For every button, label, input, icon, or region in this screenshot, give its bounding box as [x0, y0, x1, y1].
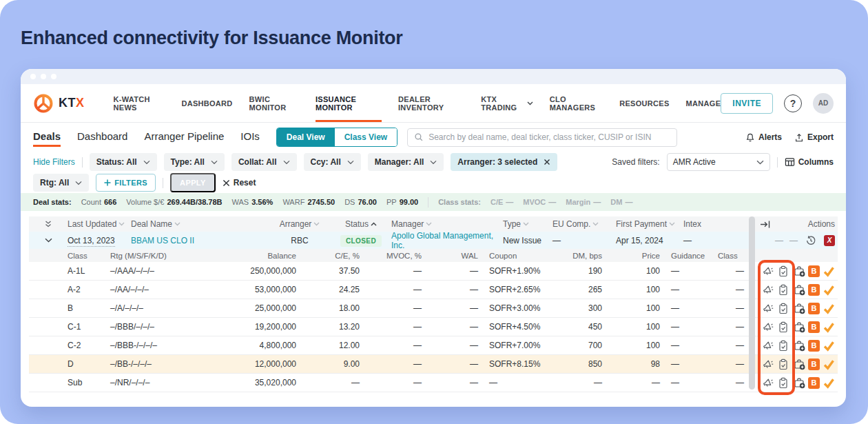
- portfolio-add-icon[interactable]: [792, 264, 806, 278]
- clipboard-check-icon[interactable]: [776, 320, 790, 334]
- col-header-type[interactable]: Type: [503, 219, 552, 229]
- class-row[interactable]: Sub –/NR/–/–/– 35,020,000 — — — — — — — …: [29, 374, 838, 392]
- bloomberg-icon[interactable]: B: [808, 321, 820, 333]
- col-header-intex[interactable]: Intex: [683, 219, 750, 229]
- nav-item[interactable]: RESOURCES: [619, 84, 669, 122]
- announce-megaphone-icon[interactable]: [761, 339, 774, 352]
- deal-name-link[interactable]: BBAM US CLO II: [131, 236, 269, 245]
- confirm-check-icon[interactable]: [822, 339, 836, 352]
- announce-megaphone-icon[interactable]: [761, 357, 774, 371]
- window-dot[interactable]: [41, 74, 46, 79]
- reset-button[interactable]: Reset: [223, 178, 256, 188]
- nav-item[interactable]: MANAGE: [686, 84, 721, 122]
- export-button[interactable]: Export: [794, 132, 834, 143]
- class-view-toggle[interactable]: Class View: [335, 128, 397, 146]
- page-tab[interactable]: Arranger Pipeline: [144, 128, 224, 147]
- columns-button[interactable]: Columns: [785, 157, 834, 167]
- bloomberg-icon[interactable]: B: [808, 265, 820, 277]
- announce-megaphone-icon[interactable]: [761, 376, 774, 390]
- window-dot[interactable]: [30, 74, 36, 79]
- row-expander[interactable]: [29, 238, 68, 243]
- nav-item[interactable]: DEALER INVENTORY: [398, 84, 464, 122]
- confirm-check-icon[interactable]: [822, 376, 836, 390]
- close-icon[interactable]: [544, 159, 550, 165]
- class-row[interactable]: C-1 –/BBB/–/–/– 19,200,000 13.20 — — SOF…: [29, 318, 838, 336]
- portfolio-add-icon[interactable]: [792, 320, 806, 334]
- confirm-check-icon[interactable]: [822, 264, 836, 278]
- portfolio-add-icon[interactable]: [792, 283, 806, 296]
- nav-item[interactable]: ISSUANCE MONITOR: [316, 84, 382, 122]
- portfolio-add-icon[interactable]: [792, 301, 806, 315]
- window-dot[interactable]: [51, 74, 56, 79]
- bloomberg-icon[interactable]: B: [808, 377, 820, 389]
- announce-megaphone-icon[interactable]: [761, 301, 774, 315]
- col-header-status[interactable]: Status: [331, 219, 391, 229]
- invite-button[interactable]: INVITE: [721, 93, 773, 114]
- page-tab[interactable]: Dashboard: [77, 128, 127, 147]
- bloomberg-icon[interactable]: B: [808, 340, 820, 352]
- class-row[interactable]: C-2 –/BBB-/–/–/– 4,800,000 12.00 — — SOF…: [29, 336, 838, 355]
- nav-item[interactable]: KTX TRADING: [481, 84, 533, 122]
- saved-filters-select[interactable]: AMR Active: [667, 153, 770, 171]
- hide-filters-link[interactable]: Hide Filters: [33, 157, 75, 167]
- announce-megaphone-icon[interactable]: [761, 320, 774, 334]
- page-tab[interactable]: Deals: [33, 128, 61, 147]
- class-row[interactable]: D –/BB-/–/–/– 12,000,000 9.00 — — SOFR+8…: [29, 355, 838, 374]
- expand-pane-icon[interactable]: [758, 217, 772, 231]
- filter-dropdown[interactable]: Ccy: All: [304, 153, 361, 171]
- filter-dropdown[interactable]: Rtg: All: [33, 174, 89, 192]
- confirm-check-icon[interactable]: [822, 357, 836, 371]
- col-header-deal-name[interactable]: Deal Name: [131, 219, 269, 229]
- nav-item[interactable]: K-WATCH NEWS: [114, 84, 165, 122]
- clipboard-check-icon[interactable]: [776, 357, 790, 371]
- portfolio-add-icon[interactable]: [792, 357, 806, 371]
- bloomberg-icon[interactable]: B: [808, 359, 820, 370]
- nav-item[interactable]: DASHBOARD: [181, 84, 232, 122]
- filter-dropdown[interactable]: Type: All: [164, 153, 225, 171]
- portfolio-add-icon[interactable]: [792, 339, 806, 352]
- nav-item[interactable]: CLO MANAGERS: [550, 84, 603, 122]
- clipboard-check-icon[interactable]: [776, 339, 790, 352]
- class-row[interactable]: B –/A/–/–/– 25,000,000 18.00 — — SOFR+3.…: [29, 299, 838, 318]
- filter-dropdown[interactable]: Status: All: [90, 153, 157, 171]
- apply-button[interactable]: APPLY: [170, 173, 216, 192]
- class-row[interactable]: A-2 –/AA/–/–/– 53,000,000 24.25 — — SOFR…: [29, 281, 838, 299]
- col-header-last-updated[interactable]: Last Updated: [68, 219, 131, 229]
- add-filters-button[interactable]: FILTERS: [96, 174, 156, 192]
- clipboard-check-icon[interactable]: [776, 376, 790, 390]
- excel-export-icon[interactable]: X: [824, 235, 835, 246]
- deal-manager-link[interactable]: Apollo Global Management, Inc.: [391, 231, 503, 250]
- confirm-check-icon[interactable]: [822, 283, 836, 296]
- col-header-arranger[interactable]: Arranger: [269, 219, 331, 229]
- portfolio-add-icon[interactable]: [792, 376, 806, 390]
- confirm-check-icon[interactable]: [822, 320, 836, 334]
- search-box[interactable]: [407, 128, 677, 147]
- confirm-check-icon[interactable]: [822, 301, 836, 315]
- deal-view-toggle[interactable]: Deal View: [277, 128, 335, 146]
- col-header-eu-comp[interactable]: EU Comp.: [552, 219, 616, 229]
- search-input[interactable]: [428, 132, 670, 142]
- history-icon[interactable]: [804, 234, 818, 248]
- ktx-logo[interactable]: KTX: [33, 93, 85, 114]
- collapse-all-button[interactable]: [29, 220, 68, 228]
- announce-megaphone-icon[interactable]: [761, 283, 774, 296]
- table-scrollbar[interactable]: [749, 216, 755, 390]
- nav-item[interactable]: BWIC MONITOR: [249, 84, 299, 122]
- bloomberg-icon[interactable]: B: [808, 303, 820, 314]
- col-header-manager[interactable]: Manager: [391, 219, 503, 229]
- help-icon[interactable]: ?: [784, 94, 802, 112]
- clipboard-check-icon[interactable]: [776, 264, 790, 278]
- deal-row[interactable]: Oct 13, 2023 BBAM US CLO II RBC CLOSED A…: [29, 232, 838, 249]
- filter-dropdown[interactable]: Manager: All: [368, 153, 444, 171]
- avatar[interactable]: AD: [813, 93, 834, 114]
- clipboard-check-icon[interactable]: [776, 283, 790, 296]
- page-tab[interactable]: IOIs: [240, 128, 260, 147]
- filter-dropdown[interactable]: Collat: All: [231, 153, 297, 171]
- col-header-first-payment[interactable]: First Payment: [616, 219, 683, 229]
- clipboard-check-icon[interactable]: [776, 301, 790, 315]
- alerts-button[interactable]: Alerts: [745, 132, 782, 143]
- class-row[interactable]: A-1L –/AAA/–/–/– 250,000,000 37.50 — — S…: [29, 262, 838, 281]
- announce-megaphone-icon[interactable]: [761, 264, 774, 278]
- bloomberg-icon[interactable]: B: [808, 284, 820, 296]
- arranger-filter-chip[interactable]: Arranger: 3 selected: [451, 153, 557, 171]
